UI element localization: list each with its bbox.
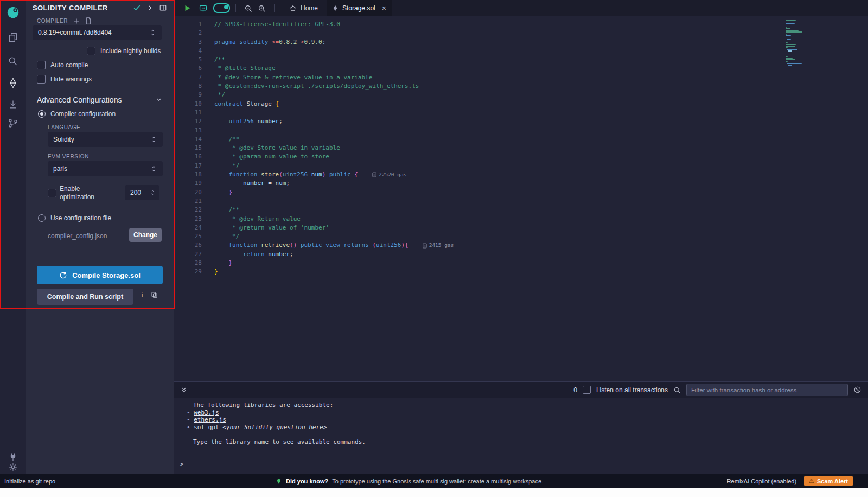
minimap-line (786, 56, 788, 57)
source-control-icon[interactable] (0, 114, 26, 132)
optimization-runs-input[interactable] (125, 185, 159, 200)
compiler-version-value: 0.8.19+commit.7dd6d404 (38, 29, 112, 36)
copilot-status[interactable]: RemixAI Copilot (enabled) (727, 478, 796, 485)
line-number: 17 (174, 162, 202, 170)
panel-title: SOLIDITY COMPILER (33, 4, 127, 12)
minimap-line (786, 28, 790, 29)
terminal-link: web3.js (194, 409, 219, 416)
ai-assistant-icon[interactable] (199, 4, 208, 13)
solidity-file-icon (333, 5, 338, 11)
change-config-button[interactable]: Change (129, 228, 162, 242)
minimap-line (787, 66, 787, 67)
terminal-prompt[interactable]: > (174, 461, 868, 468)
divider (274, 4, 275, 12)
language-select[interactable]: Solidity (48, 132, 163, 147)
code-line: } (214, 259, 454, 267)
compile-and-run-button[interactable]: Compile and Run script (37, 289, 133, 305)
minimap-line (786, 21, 867, 22)
add-compiler-icon[interactable] (73, 18, 80, 24)
code-line: /** (214, 135, 454, 144)
lightbulb-icon (276, 477, 282, 485)
compiler-configuration-radio[interactable] (38, 110, 46, 118)
gas-estimate: 22520 gas (372, 170, 406, 179)
pin-panel-icon[interactable] (159, 4, 167, 12)
minimap-line (786, 27, 787, 28)
code-line (214, 29, 454, 37)
code-line: number = num; (214, 179, 454, 188)
code-line: */ (214, 162, 454, 170)
enable-optimization-checkbox[interactable] (48, 189, 56, 197)
code-line: * @custom:dev-run-script ./scripts/deplo… (214, 82, 454, 91)
evm-version-label: EVM VERSION (48, 154, 89, 160)
chevron-right-icon[interactable] (146, 4, 154, 11)
language-label: LANGUAGE (48, 124, 80, 130)
minimap-line (786, 37, 867, 38)
line-numbers: 1234567891011121314151617181920212223242… (174, 20, 202, 277)
tab-storage-label: Storage.sol (342, 4, 375, 12)
line-number: 10 (174, 100, 202, 109)
zoom-out-icon[interactable] (244, 4, 252, 12)
enable-optimization-label: Enable optimization (60, 185, 104, 201)
remix-logo-icon[interactable] (0, 3, 26, 22)
home-icon (289, 4, 297, 12)
code-line: * @dev Return value (214, 215, 454, 224)
git-init-status[interactable]: Initialize as git repo (0, 478, 55, 485)
code-line (214, 47, 454, 55)
minimap-line (787, 49, 797, 50)
code-line: function retrieve() public view returns … (214, 241, 454, 250)
window-bottom-edge (0, 488, 868, 497)
hide-warnings-label: Hide warnings (50, 75, 92, 83)
line-number: 11 (174, 109, 202, 117)
terminal-link: ethers.js (194, 416, 226, 423)
copy-icon[interactable] (151, 291, 158, 298)
solidity-compiler-icon[interactable] (0, 74, 26, 92)
code-line: * @dev Store & retrieve value in a varia… (214, 73, 454, 82)
open-compiler-file-icon[interactable] (85, 17, 92, 24)
listen-transactions-checkbox[interactable] (583, 386, 591, 394)
clear-console-icon[interactable] (853, 386, 861, 394)
copilot-toggle[interactable] (213, 3, 230, 13)
terminal-line[interactable]: • ethers.js (174, 416, 868, 424)
code-editor[interactable]: 1234567891011121314151617181920212223242… (174, 16, 868, 381)
refresh-icon (59, 271, 67, 279)
search-icon[interactable] (0, 52, 26, 71)
minimap-line (786, 25, 867, 26)
nightly-builds-checkbox[interactable] (87, 47, 95, 55)
scam-alert-badge[interactable]: ⚠ Scam Alert (804, 476, 853, 486)
collapse-terminal-icon[interactable] (180, 386, 188, 394)
minimap-line (786, 59, 795, 60)
auto-compile-checkbox[interactable] (37, 61, 46, 69)
compile-button[interactable]: Compile Storage.sol (37, 266, 163, 284)
evm-version-select[interactable]: paris (48, 161, 163, 176)
hide-warnings-checkbox[interactable] (37, 75, 46, 84)
code-line: } (214, 267, 454, 276)
zoom-in-icon[interactable] (258, 4, 266, 12)
line-number: 7 (174, 73, 202, 82)
run-script-play-icon[interactable] (183, 4, 191, 12)
line-number: 12 (174, 117, 202, 126)
file-explorer-icon[interactable] (0, 28, 26, 47)
advanced-configurations-header[interactable]: Advanced Configurations (37, 95, 163, 104)
tab-home[interactable]: Home (280, 0, 327, 16)
terminal-line[interactable]: • web3.js (174, 409, 868, 417)
line-number: 9 (174, 91, 202, 99)
line-number: 21 (174, 197, 202, 206)
minimap-line (786, 42, 788, 43)
deploy-run-icon[interactable] (0, 95, 26, 114)
info-icon[interactable]: i (141, 291, 143, 300)
minimap-line (787, 63, 802, 64)
close-tab-icon[interactable]: × (382, 4, 386, 12)
code-line (214, 197, 454, 206)
minimap[interactable] (786, 20, 867, 69)
use-configuration-file-radio[interactable] (38, 214, 46, 222)
solidity-compiler-panel: SOLIDITY COMPILER COMPILER 0.8.19+commit… (26, 0, 174, 474)
compile-button-label: Compile Storage.sol (72, 271, 141, 279)
code-line: return number; (214, 250, 454, 259)
terminal-search-icon[interactable] (673, 386, 681, 394)
transaction-filter-input[interactable] (686, 384, 848, 396)
tab-storage-sol[interactable]: Storage.sol × (327, 0, 392, 16)
terminal[interactable]: The following libraries are accessible:•… (174, 398, 868, 474)
tab-home-label: Home (301, 4, 318, 12)
minimap-line (786, 44, 796, 45)
compiler-version-select[interactable]: 0.8.19+commit.7dd6d404 (33, 25, 162, 40)
